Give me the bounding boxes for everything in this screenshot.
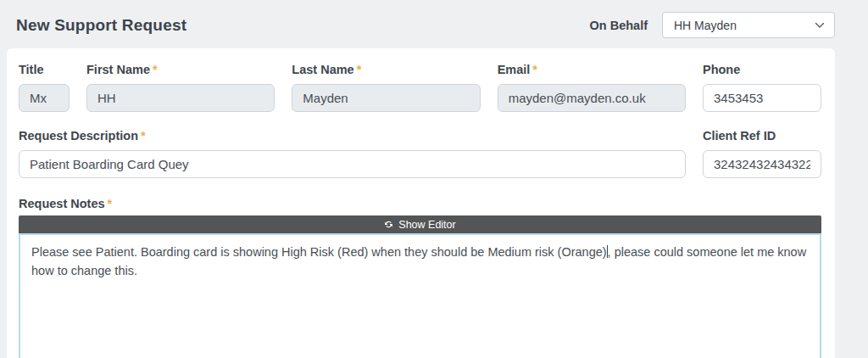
support-request-form-card: Title First Name* Last Name* Email* Phon…: [7, 48, 835, 358]
field-group-request-description: Request Description*: [19, 128, 686, 178]
email-label: Email*: [498, 62, 686, 78]
request-notes-label: Request Notes*: [19, 196, 821, 212]
field-group-phone: Phone: [703, 62, 821, 112]
on-behalf-selected-value: HH Mayden: [674, 19, 815, 32]
refresh-icon: [384, 220, 393, 229]
show-editor-button[interactable]: Show Editor: [19, 215, 821, 233]
field-group-request-notes: Request Notes* Show Editor Please see Pa…: [19, 196, 821, 358]
on-behalf-select[interactable]: HH Mayden: [662, 12, 835, 38]
phone-label: Phone: [703, 62, 821, 78]
client-ref-id-label: Client Ref ID: [703, 128, 821, 144]
form-row-personal: Title First Name* Last Name* Email* Phon…: [19, 62, 821, 112]
field-group-email: Email*: [498, 62, 686, 112]
last-name-input[interactable]: [292, 84, 480, 112]
field-group-first-name: First Name*: [86, 62, 275, 112]
request-description-label: Request Description*: [19, 128, 686, 144]
required-asterisk: *: [141, 129, 146, 143]
request-description-input[interactable]: [19, 150, 686, 178]
request-notes-text: Please see Patient. Boarding card is sho…: [31, 245, 607, 259]
title-label: Title: [19, 62, 70, 78]
show-editor-label: Show Editor: [398, 219, 455, 231]
phone-input[interactable]: [703, 84, 821, 112]
title-input[interactable]: [19, 84, 70, 112]
on-behalf-label: On Behalf: [590, 19, 648, 32]
first-name-input[interactable]: [86, 84, 275, 112]
request-notes-textarea[interactable]: Please see Patient. Boarding card is sho…: [19, 233, 821, 358]
email-input[interactable]: [498, 84, 686, 112]
required-asterisk: *: [532, 63, 537, 76]
page-header: New Support Request On Behalf HH Mayden: [0, 0, 868, 48]
client-ref-id-input[interactable]: [703, 150, 821, 178]
required-asterisk: *: [153, 63, 158, 76]
chevron-down-icon: [815, 22, 825, 29]
required-asterisk: *: [357, 63, 362, 76]
form-row-description: Request Description* Client Ref ID: [19, 128, 821, 178]
last-name-label: Last Name*: [292, 62, 480, 78]
field-group-title: Title: [19, 62, 70, 112]
field-group-client-ref-id: Client Ref ID: [703, 128, 821, 178]
page-title: New Support Request: [16, 16, 590, 35]
first-name-label: First Name*: [86, 62, 275, 78]
field-group-last-name: Last Name*: [292, 62, 480, 112]
required-asterisk: *: [108, 197, 113, 210]
